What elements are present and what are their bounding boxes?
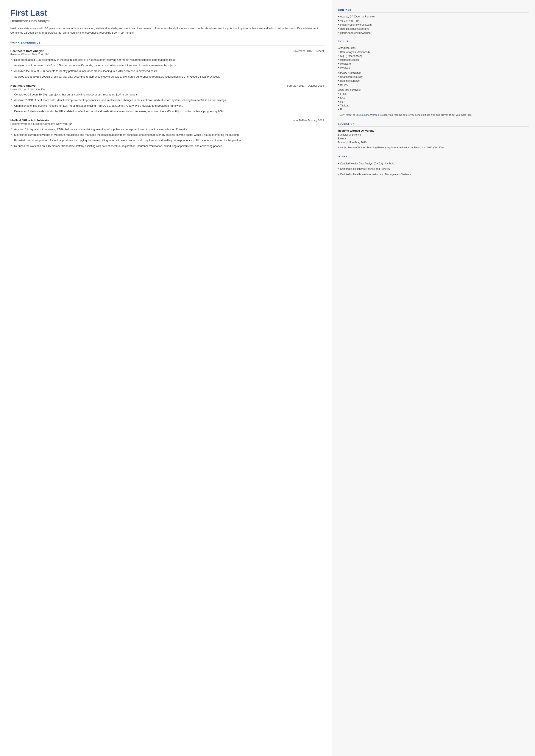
skill-r: R <box>338 108 529 111</box>
other-item-1: Certified Health Data Analyst (CHDA) | A… <box>338 162 529 165</box>
job-3-bullet-4: Reduced the workload on a 15-member fron… <box>10 144 324 148</box>
skill-medicaid: Medicaid <box>338 66 529 69</box>
job-2-title: Healthcare Analyst <box>10 84 37 87</box>
contact-linkedin: linkedin.com/in/username <box>338 27 529 30</box>
contact-section: CONTACT Atlanta, GA (Open to Remote) +1-… <box>338 9 529 35</box>
tools-skills-label: Tools and Software: <box>338 88 529 91</box>
industry-skills-list: Healthcare Industry Health Insurance HIP… <box>338 75 529 86</box>
edu-awards: Awards: Resume Worded Teaching Fellow (o… <box>338 146 529 150</box>
education-section: EDUCATION Resume Worded University Bache… <box>338 123 529 150</box>
industry-skills-label: Industry Knowledge: <box>338 71 529 74</box>
job-3-company: Resume Worded's Exciting Company, New Yo… <box>10 123 324 126</box>
job-1-dates: November 2015 – Present <box>293 49 324 53</box>
tools-skills-list: Excel SAS 5S Tableau R <box>338 93 529 111</box>
other-item-2: Certified in Healthcare Privacy and Secu… <box>338 167 529 171</box>
job-1: Healthcare Data Analyst November 2015 – … <box>10 49 324 79</box>
job-3: Medical Office Administrator June 2010 –… <box>10 119 324 148</box>
job-3-bullet-3: Provided clerical support for 17 medical… <box>10 138 324 143</box>
sidebar: CONTACT Atlanta, GA (Open to Remote) +1-… <box>332 0 535 756</box>
candidate-title: Healthcare Data Analyst <box>10 19 324 23</box>
other-section: OTHER Certified Health Data Analyst (CHD… <box>338 155 529 176</box>
job-3-header: Medical Office Administrator June 2010 –… <box>10 119 324 122</box>
skill-microsoft-access: Microsoft Access <box>338 58 529 61</box>
contact-location: Atlanta, GA (Open to Remote) <box>338 15 529 18</box>
contact-phone: +1-234-456-789 <box>338 19 529 22</box>
technical-skills-list: Data Analysis (Advanced) SQL (Experience… <box>338 51 529 69</box>
candidate-name: First Last <box>10 9 324 18</box>
candidate-summary: Healthcare data analyst with 10 years of… <box>10 26 324 35</box>
job-2-dates: February 2013 – October 2015 <box>287 84 324 87</box>
job-3-bullets: Assisted 19 physicians in reviewing EMRs… <box>10 127 324 148</box>
skill-health-insurance: Health Insurance <box>338 79 529 82</box>
job-2-company: Growthsi, San Francisco, CA <box>10 88 324 91</box>
education-header: EDUCATION <box>338 123 529 126</box>
job-1-bullet-2: Analyzed and interpreted data from 159 s… <box>10 63 324 68</box>
other-header: OTHER <box>338 155 529 159</box>
skill-healthcare-industry: Healthcare Industry <box>338 75 529 78</box>
skills-note: • Don't forget to use Resume Worded to s… <box>338 113 529 117</box>
job-2-bullet-4: Developed 8 dashboards that display KPIs… <box>10 109 324 114</box>
job-1-title: Healthcare Data Analyst <box>10 49 43 53</box>
main-column: First Last Healthcare Data Analyst Healt… <box>0 0 332 756</box>
job-1-bullet-1: Reconciled about 91% discrepancy in the … <box>10 58 324 62</box>
technical-skills-label: Technical Skills: <box>338 46 529 49</box>
skill-medicare: Medicare <box>338 62 529 65</box>
job-1-bullets: Reconciled about 91% discrepancy in the … <box>10 58 324 79</box>
edu-degree-text: Bachelor of Science <box>338 133 361 136</box>
resume-worded-link[interactable]: Resume Worded <box>360 114 379 116</box>
job-2-bullet-3: Championed online training modules for 1… <box>10 104 324 108</box>
skill-excel: Excel <box>338 93 529 96</box>
edu-field: Biology <box>338 137 346 140</box>
edu-institution: Resume Worded University <box>338 129 529 132</box>
other-item-3: Certified in Healthcare Information and … <box>338 172 529 176</box>
skill-hipaa: HIPAA <box>338 83 529 86</box>
skills-section: SKILLS Technical Skills: Data Analysis (… <box>338 40 529 117</box>
contact-github: github.com/resumeworded <box>338 32 529 35</box>
skill-sas: SAS <box>338 96 529 99</box>
job-1-bullet-4: Sourced and analyzed 200GB of clinical t… <box>10 74 324 79</box>
skill-5s: 5S <box>338 100 529 103</box>
job-1-header: Healthcare Data Analyst November 2015 – … <box>10 49 324 53</box>
contact-email: email@resumeworded.com <box>338 23 529 26</box>
job-2-bullet-1: Completed 15 Lean Six Sigma projects tha… <box>10 93 324 97</box>
job-3-title: Medical Office Administrator <box>10 119 50 122</box>
skill-sql: SQL (Experienced) <box>338 55 529 58</box>
contact-list: Atlanta, GA (Open to Remote) +1-234-456-… <box>338 15 529 35</box>
edu-location-date: Boston, MA — May 2010 <box>338 141 367 144</box>
skill-tableau: Tableau <box>338 104 529 107</box>
job-1-company: Resume Worded, New York, NY <box>10 53 324 56</box>
job-3-bullet-1: Assisted 19 physicians in reviewing EMRs… <box>10 127 324 131</box>
job-3-bullet-2: Maintained current knowledge of Medicare… <box>10 133 324 137</box>
work-experience-header: WORK EXPERIENCE <box>10 41 324 45</box>
job-2-header: Healthcare Analyst February 2013 – Octob… <box>10 84 324 87</box>
job-3-dates: June 2010 – January 2013 <box>292 119 324 122</box>
job-2: Healthcare Analyst February 2013 – Octob… <box>10 84 324 114</box>
skills-header: SKILLS <box>338 40 529 44</box>
other-list: Certified Health Data Analyst (CHDA) | A… <box>338 162 529 176</box>
edu-degree: Bachelor of Science Biology Boston, MA —… <box>338 133 529 144</box>
job-2-bullet-2: Analyzed 10GB of healthcare data, identi… <box>10 98 324 102</box>
contact-header: CONTACT <box>338 9 529 13</box>
job-2-bullets: Completed 15 Lean Six Sigma projects tha… <box>10 93 324 114</box>
skill-data-analysis: Data Analysis (Advanced) <box>338 51 529 54</box>
job-1-bullet-3: Analyzed the data of 5.9K patients to id… <box>10 69 324 73</box>
